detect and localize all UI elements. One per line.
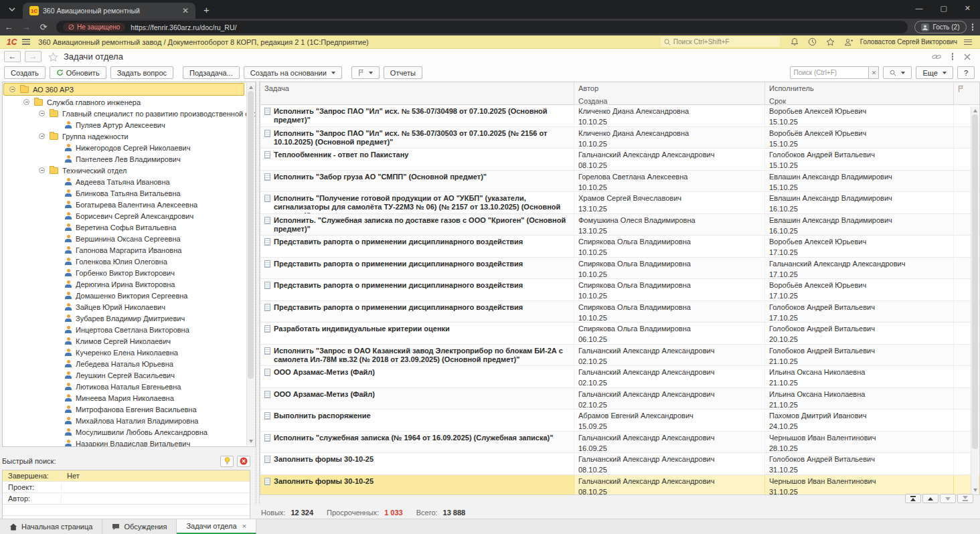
browser-forward-icon[interactable]: → [17,22,35,32]
global-search-input[interactable]: Поиск Ctrl+Shift+F [661,37,780,47]
quick-search-settings-button[interactable] [220,456,234,467]
expand-collapse-icon[interactable] [39,133,45,139]
tree-item[interactable]: Мосулишвили Любовь Александровна [3,426,255,438]
task-row[interactable]: Теплообменник - ответ по ПакистануГальча… [260,149,979,171]
go-next-button[interactable] [940,494,956,503]
flag-cell[interactable] [954,432,971,453]
quick-search-row[interactable]: Автор: [3,493,250,505]
search-clear-icon[interactable]: ✕ [869,66,879,79]
flag-cell[interactable] [954,105,971,126]
tree-scrollbar[interactable] [246,83,254,446]
window-minimize-button[interactable]: — [915,4,922,13]
quick-search-clear-button[interactable] [237,456,250,467]
task-row[interactable]: Представить рапорта о применении дисципл… [260,301,979,323]
notifications-bell-icon[interactable] [791,37,799,46]
quick-search-row[interactable]: Завершена:Нет [3,470,250,482]
task-row[interactable]: Исполнить "Запрос ПАО "Ил" исх. № 536-07… [260,127,979,149]
quick-search-row[interactable]: Проект: [3,482,250,493]
tree-item[interactable]: Лебедева Наталья Юрьевна [3,358,255,369]
form-forward-button[interactable]: → [25,51,42,62]
tree-item[interactable]: Домашенко Виктория Сергеевна [3,290,255,301]
scroll-up-icon[interactable] [973,109,977,112]
table-scrollbar[interactable] [971,106,979,495]
scroll-up-icon[interactable] [249,86,253,89]
favorites-star-icon[interactable] [826,37,835,46]
task-row[interactable]: Исполнить "Получение готовой продукции о… [260,192,979,214]
browser-back-icon[interactable]: ← [0,22,17,32]
expand-collapse-icon[interactable] [9,86,15,92]
task-row[interactable]: ООО Арзамас-Метиз (Файл)Гальчанский Алек… [260,388,979,410]
task-row[interactable]: Выполнить распоряжениеАбрамов Евгений Ал… [260,410,979,432]
tree-item[interactable]: Технический отдел [3,165,255,176]
tree-item[interactable]: Назаркин Владислав Витальевич [3,438,255,447]
form-more-icon[interactable] [952,52,954,62]
go-first-button[interactable] [905,494,921,503]
task-row[interactable]: Исполнить "Запрос ПАО "Ил" исх. № 536-07… [260,105,979,127]
history-clock-icon[interactable] [808,37,817,46]
reports-button[interactable]: Отчеты [384,66,422,79]
tree-item[interactable]: Кучеренко Елена Николаевна [3,347,255,358]
tree-item[interactable]: Климов Сергей Николаевич [3,335,255,347]
task-row[interactable]: Исполнить. "Служебная записка по доставк… [260,214,979,236]
column-author-created[interactable]: АвторСоздана [574,82,765,108]
flag-cell[interactable] [954,388,971,410]
flag-cell[interactable] [954,366,971,387]
expand-collapse-icon[interactable] [39,110,45,116]
tree-item[interactable]: Голенкова Юлия Олеговна [3,256,255,267]
tree-item[interactable]: Пантелеев Лев Владимирович [3,153,255,165]
tree-item[interactable]: Митрофанова Евгения Васильевна [3,404,255,415]
more-button[interactable]: Еще [916,66,953,79]
flag-cell[interactable] [954,475,971,496]
main-menu-icon[interactable] [22,37,30,46]
flag-cell[interactable] [954,214,971,236]
column-executor-due[interactable]: ИсполнительСрок [765,82,954,108]
flag-cell[interactable] [954,192,971,213]
tree-item[interactable]: Инцертова Светлана Викторовна [3,324,255,335]
subtask-button[interactable]: Подзадача... [183,66,240,79]
tree-item[interactable]: Гапонова Маргарита Ивановна [3,244,255,256]
browser-tab[interactable]: 1С 360 Авиационный ремонтный ✕ [23,3,195,19]
address-bar[interactable]: Не защищено https://fenrir.360arz.ru/doc… [56,21,908,33]
tree-item[interactable]: Минеева Мария Николаевна [3,392,255,404]
flag-cell[interactable] [954,301,971,323]
flag-filter-button[interactable] [351,66,380,79]
service-menu-icon[interactable] [964,37,972,46]
scroll-down-icon[interactable] [249,440,253,443]
window-close-button[interactable]: ✕ [965,4,971,13]
tree-item[interactable]: Лютикова Наталья Евгеньевна [3,381,255,392]
scroll-down-icon[interactable] [973,488,977,492]
go-prev-button[interactable] [922,494,938,503]
task-row[interactable]: Заполнить формы 30-10-25Гальчанский Алек… [260,475,979,496]
browser-menu-icon[interactable] [972,23,974,32]
current-user-name[interactable]: Головастов Сергей Викторович [860,38,957,46]
security-badge[interactable]: Не защищено [63,23,125,31]
tree-item[interactable]: Нижегородов Сергей Николаевич [3,142,255,153]
tree-item[interactable]: Веретина Софья Витальевна [3,221,255,233]
go-last-button[interactable] [957,494,973,503]
task-row[interactable]: Представить рапорта о применении дисципл… [260,258,979,280]
flag-cell[interactable] [954,236,971,257]
tree-item[interactable]: Авдеева Татьяна Ивановна [3,176,255,187]
tree-item[interactable]: АО 360 АРЗ [3,83,244,96]
bottom-tab-item[interactable]: Обсуждения [102,519,177,534]
task-row[interactable]: Представить рапорта о применении дисципл… [260,279,979,301]
tree-item[interactable]: Служба главного инженера [3,96,255,108]
bottom-tab-item[interactable]: Начальная страница [0,519,102,534]
task-row[interactable]: Разработать индивидуальные критерии оцен… [260,323,979,345]
flag-cell[interactable] [954,127,971,149]
new-tab-button[interactable]: + [203,4,210,15]
tree-item[interactable]: Вершинина Оксана Сергеевна [3,233,255,244]
task-row[interactable]: Исполнить "Запрос в ОАО Казанский завод … [260,345,979,367]
tab-close-icon[interactable]: × [242,522,246,530]
tree-item[interactable]: Зубарев Владимир Дмитриевич [3,313,255,324]
task-row[interactable]: ООО Арзамас-Метиз (Файл)Гальчанский Алек… [260,366,979,388]
search-options-button[interactable] [883,66,912,79]
task-row[interactable]: Исполнить "Забор груза АО "СМПП" (Основн… [260,171,979,193]
flag-cell[interactable] [954,171,971,192]
expand-collapse-icon[interactable] [23,99,29,105]
flag-cell[interactable] [954,323,971,344]
user-sessions-icon[interactable] [844,38,853,46]
form-back-button[interactable]: ← [4,51,21,62]
tab-close-icon[interactable]: ✕ [182,6,189,15]
flag-cell[interactable] [954,410,971,431]
